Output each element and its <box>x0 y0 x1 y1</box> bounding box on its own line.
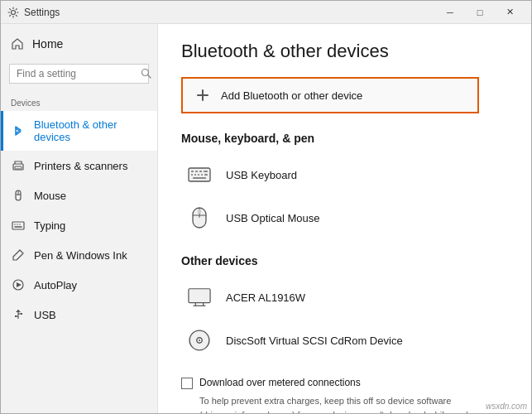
sidebar-item-printers-label: Printers & scanners <box>34 160 127 172</box>
other-devices-section: Other devices ACER AL1916W <box>181 254 508 362</box>
svg-rect-26 <box>204 171 208 172</box>
metered-connection-row[interactable]: Download over metered connections <box>181 377 508 389</box>
add-icon <box>194 87 211 104</box>
svg-rect-37 <box>189 289 210 303</box>
sidebar-item-pen-label: Pen & Windows Ink <box>34 249 127 262</box>
svg-line-2 <box>148 75 151 79</box>
metered-connection-checkbox[interactable] <box>181 378 193 389</box>
keyboard-icon <box>185 160 214 190</box>
search-icon <box>141 68 151 79</box>
device-usb-mouse-name: USB Optical Mouse <box>226 212 319 224</box>
search-box[interactable] <box>9 64 149 84</box>
device-cdrom-name: DiscSoft Virtual SCSI CdRom Device <box>226 335 403 347</box>
sidebar-item-autoplay-label: AutoPlay <box>34 279 77 291</box>
cdrom-icon <box>185 325 214 355</box>
home-icon <box>11 37 24 51</box>
page-title: Bluetooth & other devices <box>181 41 508 62</box>
add-device-label: Add Bluetooth or other device <box>221 89 362 102</box>
metered-connection-label: Download over metered connections <box>199 377 361 388</box>
settings-icon <box>7 7 19 18</box>
sidebar-item-pen[interactable]: Pen & Windows Ink <box>1 240 157 270</box>
other-devices-section-title: Other devices <box>181 254 508 267</box>
sidebar-item-typing-label: Typing <box>34 219 65 232</box>
autoplay-icon <box>11 277 26 292</box>
svg-rect-18 <box>21 313 22 315</box>
svg-rect-23 <box>191 171 194 172</box>
window-controls: ─ □ ✕ <box>435 1 525 24</box>
device-item-cdrom: DiscSoft Virtual SCSI CdRom Device <box>185 319 508 362</box>
sidebar-item-typing[interactable]: Typing <box>1 210 157 240</box>
sidebar-item-mouse-label: Mouse <box>34 190 66 202</box>
svg-point-43 <box>199 339 200 341</box>
device-usb-keyboard-name: USB Keyboard <box>226 169 297 181</box>
metered-connection-info: To help prevent extra charges, keep this… <box>199 394 481 414</box>
close-button[interactable]: ✕ <box>495 1 525 24</box>
mouse-nav-icon <box>11 188 26 203</box>
add-device-button[interactable]: Add Bluetooth or other device <box>181 77 479 113</box>
svg-marker-14 <box>17 282 22 287</box>
pen-icon <box>11 248 26 262</box>
maximize-button[interactable]: □ <box>465 1 495 24</box>
svg-rect-8 <box>12 222 24 229</box>
svg-rect-31 <box>204 174 208 176</box>
svg-rect-24 <box>195 171 198 172</box>
svg-rect-19 <box>15 315 17 317</box>
svg-rect-30 <box>201 174 203 176</box>
sidebar-item-mouse[interactable]: Mouse <box>1 181 157 210</box>
sidebar-item-printers[interactable]: Printers & scanners <box>1 151 157 181</box>
svg-rect-28 <box>194 174 196 176</box>
sidebar-item-home[interactable]: Home <box>1 31 157 57</box>
svg-point-0 <box>12 10 16 14</box>
svg-rect-4 <box>15 166 22 169</box>
monitor-icon <box>185 282 214 312</box>
sidebar-item-usb-label: USB <box>34 309 56 321</box>
svg-rect-25 <box>199 171 202 172</box>
titlebar: Settings ─ □ ✕ <box>1 1 531 24</box>
sidebar-item-usb[interactable]: USB <box>1 300 157 330</box>
sidebar-item-bluetooth[interactable]: Bluetooth & other devices <box>1 111 157 151</box>
svg-rect-32 <box>193 177 206 179</box>
printers-icon <box>11 158 26 173</box>
optical-mouse-icon <box>185 203 214 233</box>
sidebar-section-label: Devices <box>1 90 157 111</box>
device-item-usb-keyboard: USB Keyboard <box>185 153 508 196</box>
home-label: Home <box>32 37 63 51</box>
mouse-keyboard-section: Mouse, keyboard, & pen <box>181 132 508 239</box>
svg-rect-36 <box>198 209 201 214</box>
usb-nav-icon <box>11 307 26 322</box>
main-content: Bluetooth & other devices Add Bluetooth … <box>158 24 531 414</box>
device-monitor-name: ACER AL1916W <box>226 291 305 304</box>
sidebar-item-bluetooth-label: Bluetooth & other devices <box>34 118 147 143</box>
titlebar-title: Settings <box>24 7 435 18</box>
sidebar: Home Devices Bluetooth & other devices <box>1 24 158 414</box>
bluetooth-icon <box>11 123 26 138</box>
typing-icon <box>11 218 26 233</box>
search-input[interactable] <box>17 68 141 79</box>
mouse-keyboard-section-title: Mouse, keyboard, & pen <box>181 132 508 145</box>
watermark: wsxdn.com <box>486 402 527 411</box>
sidebar-item-autoplay[interactable]: AutoPlay <box>1 270 157 300</box>
app-layout: Home Devices Bluetooth & other devices <box>1 24 531 414</box>
device-item-usb-mouse: USB Optical Mouse <box>185 196 508 239</box>
svg-rect-29 <box>198 174 199 176</box>
minimize-button[interactable]: ─ <box>435 1 465 24</box>
device-item-monitor: ACER AL1916W <box>185 276 508 319</box>
svg-rect-27 <box>191 174 193 176</box>
